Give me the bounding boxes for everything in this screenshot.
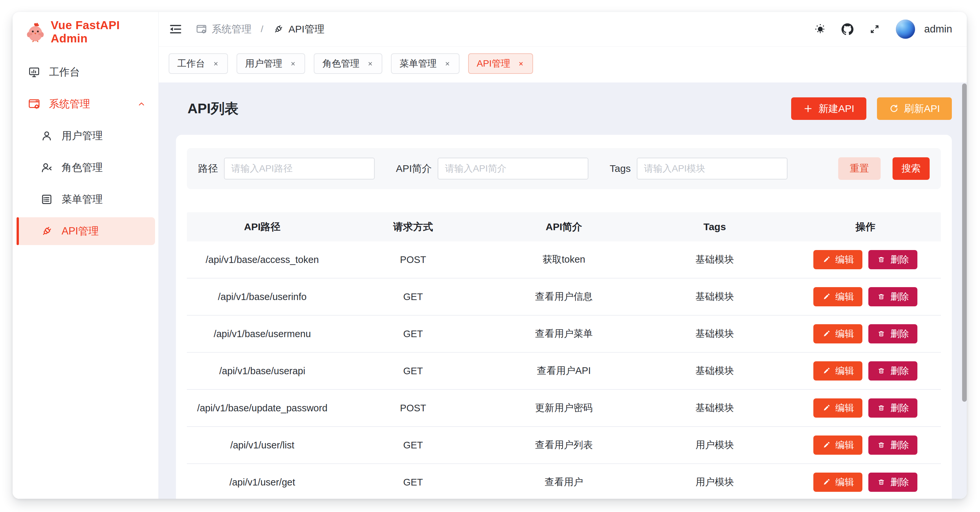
table-row: /api/v1/base/usermenu GET 查看用户菜单 基础模块 编辑…: [187, 316, 941, 353]
tab[interactable]: 菜单管理: [391, 53, 460, 74]
edit-button[interactable]: 编辑: [813, 398, 862, 418]
cell-summary: 查看用户列表: [488, 439, 639, 452]
trash-icon: [877, 293, 886, 301]
edit-button[interactable]: 编辑: [813, 287, 862, 306]
tab-close-icon[interactable]: [212, 60, 220, 67]
refresh-icon: [889, 104, 899, 114]
cell-path: /api/v1/base/userinfo: [187, 291, 337, 302]
tab-close-icon[interactable]: [444, 60, 451, 67]
create-api-button[interactable]: 新建API: [791, 97, 866, 120]
cell-method: GET: [337, 329, 488, 339]
delete-button[interactable]: 删除: [869, 398, 917, 418]
table-header: API路径 请求方式 API简介 Tags 操作: [187, 212, 941, 242]
summary-input[interactable]: [438, 157, 589, 180]
delete-button[interactable]: 删除: [869, 250, 917, 269]
main-area: 系统管理 / API管理: [159, 12, 967, 499]
trash-icon: [877, 367, 886, 375]
sidebar-item-label: 菜单管理: [62, 192, 103, 206]
breadcrumb: 系统管理 / API管理: [196, 22, 325, 36]
sidebar-item-system[interactable]: 系统管理: [17, 90, 155, 118]
cell-method: GET: [337, 291, 488, 302]
reset-button[interactable]: 重置: [838, 157, 881, 180]
system-settings-icon: [196, 24, 207, 35]
pencil-icon: [822, 441, 830, 449]
search-button[interactable]: 搜索: [892, 157, 930, 180]
cell-actions: 编辑 删除: [790, 361, 941, 380]
tab[interactable]: 角色管理: [314, 53, 382, 74]
table-row: /api/v1/base/userapi GET 查看用户API 基础模块 编辑…: [187, 353, 941, 390]
cell-tags: 基础模块: [640, 253, 790, 266]
sidebar-item-api[interactable]: API管理: [17, 217, 155, 245]
sidebar-item-menus[interactable]: 菜单管理: [17, 186, 155, 213]
cell-path: /api/v1/base/usermenu: [187, 329, 337, 339]
trash-icon: [877, 255, 886, 264]
delete-button[interactable]: 删除: [869, 324, 917, 343]
cell-tags: 基础模块: [640, 401, 790, 415]
tags-input[interactable]: [637, 157, 788, 180]
trash-icon: [877, 329, 886, 338]
cell-tags: 基础模块: [640, 327, 790, 340]
tab-close-icon[interactable]: [367, 60, 374, 67]
collapse-sidebar-icon[interactable]: [169, 22, 183, 36]
delete-button[interactable]: 删除: [869, 287, 917, 306]
edit-button[interactable]: 编辑: [813, 436, 862, 455]
cell-path: /api/v1/base/access_token: [187, 254, 337, 265]
delete-button[interactable]: 删除: [869, 472, 917, 492]
refresh-api-button[interactable]: 刷新API: [877, 97, 952, 120]
sidebar-item-roles[interactable]: 角色管理: [17, 154, 155, 181]
pencil-icon: [822, 255, 830, 264]
vertical-scrollbar[interactable]: [962, 83, 967, 402]
page-content: API列表 新建API 刷新API: [159, 83, 967, 499]
edit-button[interactable]: 编辑: [813, 250, 862, 269]
page-actions: 新建API 刷新API: [791, 97, 952, 120]
trash-icon: [877, 441, 886, 449]
github-icon[interactable]: [842, 23, 853, 35]
path-input[interactable]: [224, 157, 375, 180]
tags-label: Tags: [609, 163, 630, 174]
sidebar-item-label: 工作台: [49, 65, 80, 79]
pencil-icon: [822, 367, 830, 375]
avatar[interactable]: [896, 19, 915, 39]
pencil-icon: [822, 404, 830, 412]
delete-button[interactable]: 删除: [869, 361, 917, 380]
page-header: API列表 新建API 刷新API: [176, 83, 952, 135]
col-path: API路径: [187, 220, 337, 234]
cell-path: /api/v1/base/update_password: [187, 403, 337, 413]
fullscreen-icon[interactable]: [869, 23, 881, 35]
sidebar-item-users[interactable]: 用户管理: [17, 122, 155, 150]
cell-tags: 基础模块: [640, 290, 790, 304]
pencil-icon: [822, 478, 830, 487]
edit-button[interactable]: 编辑: [813, 361, 862, 380]
col-tags: Tags: [640, 221, 790, 232]
tab[interactable]: 用户管理: [237, 53, 305, 74]
cell-method: POST: [337, 254, 488, 265]
app-title: Vue FastAPI Admin: [51, 19, 158, 45]
theme-sun-icon[interactable]: [815, 23, 826, 35]
tab-close-icon[interactable]: [517, 60, 525, 67]
cell-method: GET: [337, 477, 488, 488]
sidebar-nav: 工作台 系统管理 用户管理: [13, 52, 158, 249]
cell-tags: 用户模块: [640, 439, 790, 452]
api-table: API路径 请求方式 API简介 Tags 操作 /api/v1/base/ac…: [187, 212, 941, 499]
tab-close-icon[interactable]: [290, 60, 296, 67]
plus-icon: [803, 104, 813, 114]
tab[interactable]: 工作台: [169, 53, 228, 74]
cell-actions: 编辑 删除: [790, 472, 941, 492]
username[interactable]: admin: [924, 23, 952, 35]
breadcrumb-system[interactable]: 系统管理: [196, 22, 251, 36]
trash-icon: [877, 478, 886, 487]
cell-path: /api/v1/user/get: [187, 477, 337, 488]
sidebar-item-workbench[interactable]: 工作台: [17, 58, 155, 86]
sidebar-item-label: 用户管理: [62, 129, 103, 143]
cell-actions: 编辑 删除: [790, 287, 941, 306]
breadcrumb-api[interactable]: API管理: [273, 22, 325, 36]
delete-button[interactable]: 删除: [869, 436, 917, 455]
plug-icon: [40, 225, 53, 237]
edit-button[interactable]: 编辑: [813, 324, 862, 343]
tab-bar: 工作台 用户管理 角色管理 菜单管理 API管理: [159, 47, 967, 83]
tab[interactable]: API管理: [468, 53, 533, 74]
cell-method: POST: [337, 403, 488, 413]
app-window: Vue FastAPI Admin 工作台 系统管理: [13, 12, 967, 499]
monitor-icon: [28, 66, 40, 78]
edit-button[interactable]: 编辑: [813, 472, 862, 492]
